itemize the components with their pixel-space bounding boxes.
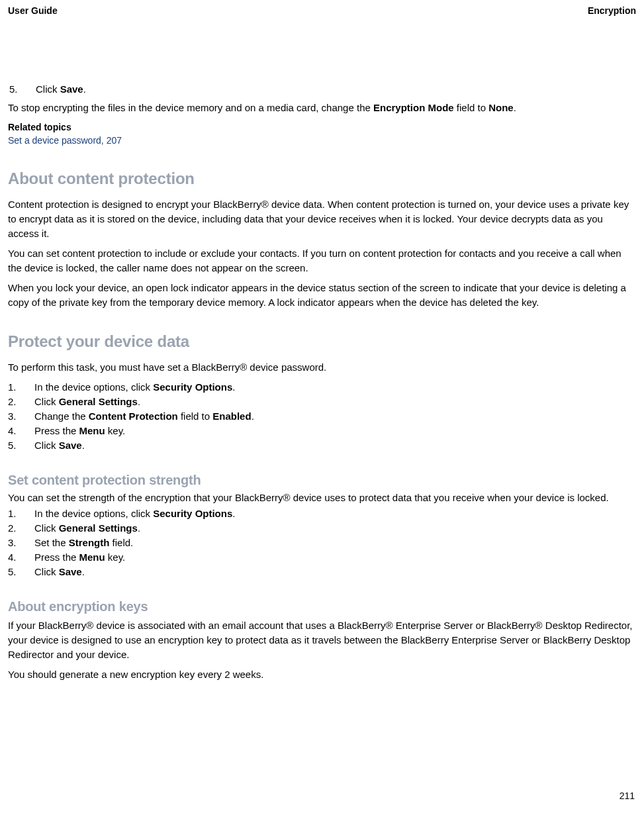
list-item: 2. Click General Settings. xyxy=(8,521,636,536)
text-fragment: Press the xyxy=(34,551,79,563)
bold-menu: Menu xyxy=(79,551,105,563)
text-fragment: Click xyxy=(34,566,59,577)
text-fragment: In the device options, click xyxy=(34,508,153,519)
text-fragment: field to xyxy=(178,410,213,422)
step-number: 2. xyxy=(8,521,34,536)
step-suffix: . xyxy=(83,83,86,95)
text-fragment: To stop encrypting the files in the devi… xyxy=(8,102,373,113)
step-number: 1. xyxy=(8,380,34,395)
text-fragment: . xyxy=(232,381,235,393)
text-fragment: Set the xyxy=(34,537,69,548)
page-header: User Guide Encryption xyxy=(8,5,636,16)
text-fragment: . xyxy=(138,396,140,407)
step-text: Click Save. xyxy=(34,565,636,579)
bold-save: Save xyxy=(59,440,82,451)
list-item: 4. Press the Menu key. xyxy=(8,550,636,565)
step-number: 3. xyxy=(8,409,34,424)
heading-protect-device-data: Protect your device data xyxy=(8,332,636,351)
header-right: Encryption xyxy=(588,5,636,16)
text-fragment: . xyxy=(82,440,85,451)
bold-menu: Menu xyxy=(79,425,105,436)
text-fragment: . xyxy=(82,566,85,577)
stop-encrypting-paragraph: To stop encrypting the files in the devi… xyxy=(8,101,636,115)
list-item: 5. Click Save. xyxy=(8,565,636,579)
step-number: 5. xyxy=(8,565,34,579)
step-text: Click General Settings. xyxy=(34,521,636,536)
bold-strength: Strength xyxy=(69,537,110,548)
text-fragment: . xyxy=(232,508,235,519)
step-number: 1. xyxy=(8,506,34,521)
text-fragment: key. xyxy=(105,425,126,436)
step-number: 4. xyxy=(8,550,34,565)
bold-security-options: Security Options xyxy=(153,508,232,519)
page-container: User Guide Encryption 5. Click Save. To … xyxy=(0,0,644,813)
about-cp-paragraph-2: You can set content protection to includ… xyxy=(8,246,636,275)
bold-content-protection: Content Protection xyxy=(89,410,178,422)
step-text: Click Save. xyxy=(34,438,636,453)
related-topics-link[interactable]: Set a device password, 207 xyxy=(8,134,636,147)
bold-general-settings: General Settings xyxy=(59,396,138,407)
step-text: Set the Strength field. xyxy=(34,536,636,550)
bold-enabled: Enabled xyxy=(212,410,251,422)
strength-intro: You can set the strength of the encrypti… xyxy=(8,491,636,505)
intro-step-5: 5. Click Save. xyxy=(9,82,636,97)
text-fragment: Click xyxy=(34,522,59,534)
step-number: 2. xyxy=(8,395,34,409)
page-body: 5. Click Save. To stop encrypting the fi… xyxy=(8,82,636,682)
about-keys-paragraph-2: You should generate a new encryption key… xyxy=(8,667,636,682)
related-topics-label: Related topics xyxy=(8,122,636,132)
step-text: Press the Menu key. xyxy=(34,550,636,565)
about-cp-paragraph-1: Content protection is designed to encryp… xyxy=(8,197,636,241)
text-fragment: Click xyxy=(34,440,59,451)
list-item: 3. Change the Content Protection field t… xyxy=(8,409,636,424)
list-item: 4. Press the Menu key. xyxy=(8,424,636,438)
text-fragment: . xyxy=(138,522,140,534)
step-number: 5. xyxy=(9,82,36,97)
list-item: 3. Set the Strength field. xyxy=(8,536,636,550)
page-number: 211 xyxy=(620,790,635,801)
step-text: In the device options, click Security Op… xyxy=(34,380,636,395)
protect-intro: To perform this task, you must have set … xyxy=(8,360,636,375)
step-text: Press the Menu key. xyxy=(34,424,636,438)
step-text: Change the Content Protection field to E… xyxy=(34,409,636,424)
list-item: 1. In the device options, click Security… xyxy=(8,506,636,521)
text-fragment: . xyxy=(252,410,254,422)
bold-encryption-mode: Encryption Mode xyxy=(373,102,454,113)
heading-about-content-protection: About content protection xyxy=(8,169,636,188)
protect-steps-list: 1. In the device options, click Security… xyxy=(8,380,636,453)
bold-general-settings: General Settings xyxy=(59,522,138,534)
header-left: User Guide xyxy=(8,5,58,16)
step-bold-save: Save xyxy=(60,83,83,95)
bold-security-options: Security Options xyxy=(153,381,232,393)
text-fragment: Press the xyxy=(34,425,79,436)
list-item: 5. Click Save. xyxy=(8,438,636,453)
about-keys-paragraph-1: If your BlackBerry® device is associated… xyxy=(8,618,636,662)
bold-none: None xyxy=(488,102,514,113)
step-number: 4. xyxy=(8,424,34,438)
list-item: 1. In the device options, click Security… xyxy=(8,380,636,395)
bold-save: Save xyxy=(59,566,82,577)
about-cp-paragraph-3: When you lock your device, an open lock … xyxy=(8,281,636,310)
text-fragment: field. xyxy=(109,537,133,548)
list-item: 2. Click General Settings. xyxy=(8,395,636,409)
step-text: Click Save. xyxy=(36,82,636,97)
heading-about-encryption-keys: About encryption keys xyxy=(8,599,636,614)
text-fragment: Click xyxy=(34,396,59,407)
text-fragment: Change the xyxy=(34,410,89,422)
text-fragment: In the device options, click xyxy=(34,381,153,393)
step-number: 5. xyxy=(8,438,34,453)
step-number: 3. xyxy=(8,536,34,550)
step-text: In the device options, click Security Op… xyxy=(34,506,636,521)
text-fragment: field to xyxy=(454,102,489,113)
text-fragment: key. xyxy=(105,551,126,563)
heading-set-content-protection-strength: Set content protection strength xyxy=(8,473,636,488)
strength-steps-list: 1. In the device options, click Security… xyxy=(8,506,636,579)
text-fragment: . xyxy=(514,102,516,113)
step-text: Click General Settings. xyxy=(34,395,636,409)
step-prefix: Click xyxy=(36,83,60,95)
